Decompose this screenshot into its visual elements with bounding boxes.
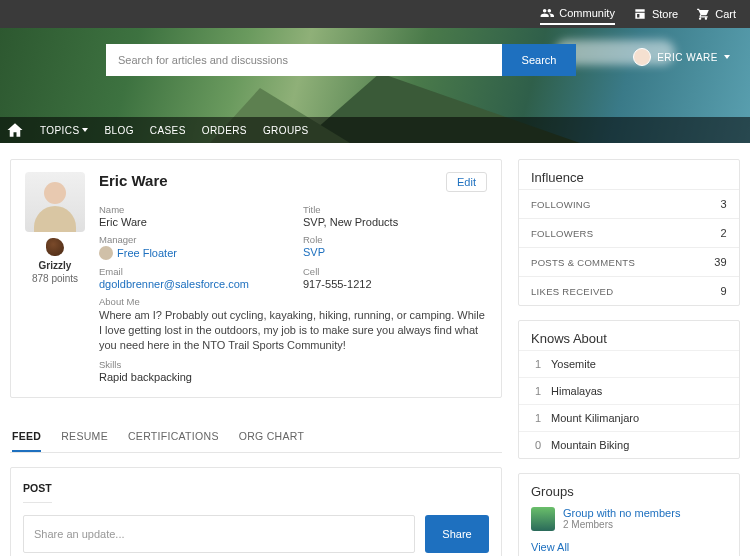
points-value: 878 points xyxy=(25,273,85,284)
label-about: About Me xyxy=(99,296,487,307)
value-manager[interactable]: Free Floater xyxy=(117,247,177,259)
nav-blog[interactable]: BLOG xyxy=(104,125,133,136)
topbar-store[interactable]: Store xyxy=(633,7,678,21)
tab-org-chart[interactable]: ORG CHART xyxy=(239,422,305,452)
search-bar: Search xyxy=(106,44,576,76)
label-email: Email xyxy=(99,266,283,277)
nav-orders[interactable]: ORDERS xyxy=(202,125,247,136)
profile-name: Eric Ware xyxy=(99,172,168,189)
influence-panel: Influence FOLLOWING3 FOLLOWERS2 POSTS & … xyxy=(518,159,740,306)
sub-nav: TOPICS BLOG CASES ORDERS GROUPS xyxy=(0,117,750,143)
label-name: Name xyxy=(99,204,283,215)
topbar-cart[interactable]: Cart xyxy=(696,7,736,21)
badge-label: Grizzly xyxy=(25,260,85,271)
group-members: 2 Members xyxy=(563,519,680,530)
chevron-down-icon xyxy=(724,55,730,59)
topbar-community-label: Community xyxy=(559,7,615,19)
tab-resume[interactable]: RESUME xyxy=(61,422,108,452)
knows-item[interactable]: 1Yosemite xyxy=(519,350,739,377)
topbar: Community Store Cart xyxy=(0,0,750,28)
group-item[interactable]: Group with no members 2 Members xyxy=(531,507,727,531)
stat-followers[interactable]: FOLLOWERS2 xyxy=(519,218,739,247)
value-title: SVP, New Products xyxy=(303,216,487,228)
profile-tabs: FEED RESUME CERTIFICATIONS ORG CHART xyxy=(10,422,502,453)
group-name: Group with no members xyxy=(563,507,680,519)
post-composer: POST Share an update... Share xyxy=(10,467,502,556)
value-skills: Rapid backpacking xyxy=(99,371,487,383)
page-body: Grizzly 878 points Eric Ware Edit Name E… xyxy=(0,143,750,556)
topbar-community[interactable]: Community xyxy=(540,6,615,25)
tab-certifications[interactable]: CERTIFICATIONS xyxy=(128,422,219,452)
topbar-store-label: Store xyxy=(652,8,678,20)
store-icon xyxy=(633,7,647,21)
topbar-cart-label: Cart xyxy=(715,8,736,20)
user-name: ERIC WARE xyxy=(657,52,718,63)
knows-title: Knows About xyxy=(519,321,739,350)
share-button[interactable]: Share xyxy=(425,515,489,553)
label-role: Role xyxy=(303,234,487,245)
chevron-down-icon xyxy=(82,128,88,132)
label-manager: Manager xyxy=(99,234,283,245)
knows-item[interactable]: 1Himalayas xyxy=(519,377,739,404)
search-input[interactable] xyxy=(106,44,502,76)
edit-button[interactable]: Edit xyxy=(446,172,487,192)
nav-topics[interactable]: TOPICS xyxy=(40,125,88,136)
post-tab[interactable]: POST xyxy=(23,478,52,503)
value-email[interactable]: dgoldbrenner@salesforce.com xyxy=(99,278,283,290)
group-thumb-icon xyxy=(531,507,555,531)
value-name: Eric Ware xyxy=(99,216,283,228)
profile-card: Grizzly 878 points Eric Ware Edit Name E… xyxy=(10,159,502,398)
user-avatar-icon xyxy=(633,48,651,66)
cart-icon xyxy=(696,7,710,21)
knows-item[interactable]: 0Mountain Biking xyxy=(519,431,739,458)
label-skills: Skills xyxy=(99,359,487,370)
profile-sidebar: Grizzly 878 points xyxy=(25,172,85,383)
label-title: Title xyxy=(303,204,487,215)
value-role[interactable]: SVP xyxy=(303,246,487,258)
tab-feed[interactable]: FEED xyxy=(12,422,41,452)
user-menu[interactable]: ERIC WARE xyxy=(633,48,730,66)
value-about: Where am I? Probably out cycling, kayaki… xyxy=(99,308,487,353)
home-icon[interactable] xyxy=(6,121,24,139)
groups-title: Groups xyxy=(531,484,727,503)
stat-following[interactable]: FOLLOWING3 xyxy=(519,189,739,218)
knows-about-panel: Knows About 1Yosemite 1Himalayas 1Mount … xyxy=(518,320,740,459)
search-button[interactable]: Search xyxy=(502,44,576,76)
share-input[interactable]: Share an update... xyxy=(23,515,415,553)
manager-avatar-icon xyxy=(99,246,113,260)
label-cell: Cell xyxy=(303,266,487,277)
stat-likes[interactable]: LIKES RECEIVED9 xyxy=(519,276,739,305)
hero-banner: Search ERIC WARE TOPICS BLOG CASES ORDER… xyxy=(0,28,750,143)
knows-item[interactable]: 1Mount Kilimanjaro xyxy=(519,404,739,431)
nav-groups[interactable]: GROUPS xyxy=(263,125,309,136)
view-all-link[interactable]: View All xyxy=(531,541,569,553)
people-icon xyxy=(540,6,554,20)
groups-panel: Groups Group with no members 2 Members V… xyxy=(518,473,740,556)
stat-posts[interactable]: POSTS & COMMENTS39 xyxy=(519,247,739,276)
value-cell: 917-555-1212 xyxy=(303,278,487,290)
nav-cases[interactable]: CASES xyxy=(150,125,186,136)
profile-photo xyxy=(25,172,85,232)
influence-title: Influence xyxy=(519,160,739,189)
grizzly-badge-icon xyxy=(46,238,64,256)
